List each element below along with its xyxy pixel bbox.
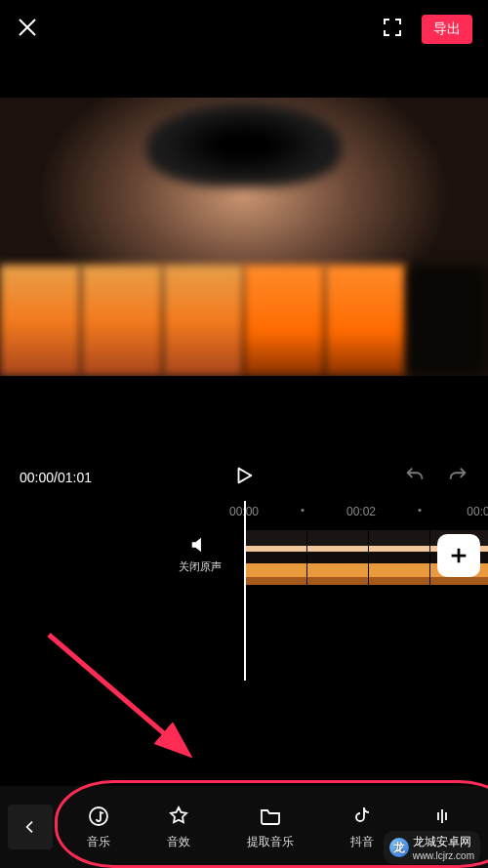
svg-line-0 (49, 635, 185, 752)
tool-label: 音效 (167, 834, 190, 850)
watermark-url: www.lcjrz.com (413, 850, 474, 861)
tool-label: 提取音乐 (247, 834, 294, 850)
annotation-arrow (39, 625, 215, 771)
undo-button[interactable] (404, 465, 426, 490)
play-icon (233, 465, 255, 486)
watermark-site: 龙城安卓网 (413, 834, 474, 850)
tool-label: 抖音 (350, 834, 374, 850)
timeline-track-area[interactable]: 关闭原声 (0, 524, 488, 641)
timeline-playhead[interactable] (244, 501, 246, 681)
redo-icon (447, 465, 468, 486)
close-button[interactable] (16, 16, 39, 43)
clip-thumbnail (307, 530, 369, 585)
ruler-dot (302, 509, 305, 512)
video-preview[interactable] (0, 98, 488, 376)
time-total: 01:01 (58, 470, 92, 485)
ruler-tick: 00:0 (467, 505, 488, 518)
douyin-icon (350, 805, 374, 828)
preview-food-row (0, 265, 488, 376)
star-icon (167, 805, 190, 828)
svg-point-1 (90, 807, 107, 825)
plus-icon (448, 545, 469, 566)
music-note-icon (87, 805, 110, 828)
back-button[interactable] (8, 805, 53, 849)
tool-label: 音乐 (87, 834, 110, 850)
close-icon (16, 16, 39, 39)
chevron-left-icon (22, 819, 38, 835)
undo-icon (404, 465, 426, 486)
watermark: 龙 龙城安卓网 www.lcjrz.com (384, 831, 480, 864)
time-display: 00:00/01:01 (20, 470, 92, 485)
play-button[interactable] (233, 465, 255, 490)
top-bar-right: 导出 (381, 15, 472, 44)
clip-thumbnail (246, 530, 307, 585)
clip-thumbnail (369, 530, 430, 585)
undo-redo-group (404, 465, 468, 490)
fullscreen-button[interactable] (381, 16, 404, 43)
waveform-icon (430, 805, 454, 828)
tool-douyin[interactable]: 抖音 (350, 805, 374, 850)
folder-icon (259, 805, 282, 828)
ruler-tick: 00:02 (346, 505, 376, 518)
playback-controls: 00:00/01:01 (0, 456, 488, 499)
mute-original-sound-button[interactable]: 关闭原声 (166, 534, 234, 574)
expand-icon (381, 16, 404, 39)
watermark-logo-icon: 龙 (389, 838, 409, 857)
tool-extract-music[interactable]: 提取音乐 (247, 805, 294, 850)
mute-label: 关闭原声 (179, 559, 222, 574)
speaker-icon (189, 534, 211, 556)
export-button[interactable]: 导出 (422, 15, 472, 44)
tool-music[interactable]: 音乐 (87, 805, 110, 850)
redo-button[interactable] (447, 465, 468, 490)
add-clip-button[interactable] (437, 534, 480, 577)
ruler-dot (419, 509, 422, 512)
time-current: 00:00 (20, 470, 54, 485)
top-bar: 导出 (0, 0, 488, 59)
tool-sfx[interactable]: 音效 (167, 805, 190, 850)
